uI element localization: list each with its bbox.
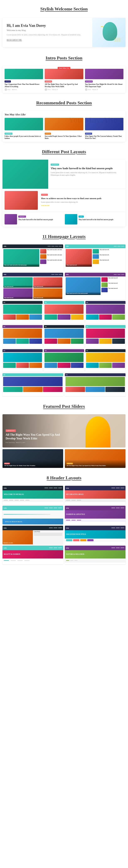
hdr-mid-bar [4, 514, 50, 515]
hp-mini-item-6a [86, 339, 99, 344]
hdr-sec-item [66, 500, 70, 500]
hp-mini-body-1 [2, 304, 42, 320]
recommended-posts-grid: FASHION Follow these people if you want … [5, 118, 123, 140]
hp-sidebar-text-6: They bade farewell [99, 259, 109, 261]
rec-post-2-badge: STYLE [45, 133, 51, 135]
layout-small-2-content: LIFE They bade farewell to the kind but … [78, 214, 113, 224]
hdr-sec-item [71, 520, 76, 521]
hdr-secondary-1 [2, 499, 63, 502]
hdr-banner-text-6: DISCOVER YOUR STYLE [66, 533, 86, 535]
hp-mini-logo-10: tvia [3, 374, 5, 375]
hp-card-3-img-4: They bade farewell [33, 288, 63, 299]
you-may-like-heading: You May Also Like [5, 113, 123, 116]
recommended-section-header: Recommended Posts Section [0, 94, 128, 110]
hdr-banner-text-8: NATURE & WELLNESS [66, 553, 84, 555]
slider-figure [70, 414, 126, 447]
header-card-1: tvia WELCOME TO MY BLOG [2, 486, 63, 504]
layout-small-row: TRAVEL They bade farewell to the kind bu… [2, 212, 126, 226]
hdr-footer-7 [2, 558, 63, 563]
hp-mini-logo-4: tvia [3, 326, 5, 327]
hp-mini-card-1: tvia [2, 301, 42, 324]
sliders-section: LIFESTYLE All The Right Ways You Can Spe… [2, 414, 126, 468]
hp-mini-body-10 [2, 376, 63, 393]
hp-mini-body-7 [2, 352, 42, 369]
hp-mini-item-9b [99, 363, 112, 368]
hdr-top-4: tvia [65, 506, 126, 510]
read-more-link[interactable]: READ ABOUT ME [7, 39, 22, 41]
hp-sidebar-img-1 [40, 249, 46, 254]
hp-mini-item-5c [71, 339, 84, 344]
hdr-nav-3 [44, 507, 62, 508]
hp-mini-header-5: tvia [44, 325, 84, 328]
hp-card-3-overlay-2: They bade farewell [33, 285, 63, 288]
hp-mini-header-8: tvia [44, 349, 84, 352]
hp-card-4-body: They bade farewell to the unseen people … [65, 276, 126, 296]
slider-main-title: All The Right Ways You Can Speed Up And … [6, 433, 67, 440]
hdr-footer-item [66, 560, 69, 561]
rec-post-3: TRAVEL Why Figure Out The Current Indust… [85, 118, 123, 140]
slider-item-1-overlay: STYLE All The Right Ways To Think From Y… [2, 460, 63, 468]
welcome-section-header: Stylish Welcome Section [0, 0, 128, 16]
slider-main-badge: LIFESTYLE [6, 429, 16, 432]
hp-card-2-featured: They bade farewell [66, 249, 92, 267]
recommended-title: Recommended Posts Section [4, 100, 124, 105]
hp-mini-body-5 [44, 328, 84, 344]
hdr-nav-item [121, 528, 124, 528]
hp-mini-header-9: tvia [86, 349, 126, 352]
hdr-nav-7 [49, 548, 62, 548]
hp-sidebar-img-8 [101, 282, 108, 287]
intro-post-1-title: Top 5 Important Posts That You Should Kn… [5, 83, 43, 88]
hp-mini-item-7c [29, 363, 42, 368]
hdr-secondary-2 [65, 499, 126, 502]
hp-mini-logo-11: tvia [66, 374, 67, 375]
hdr-sec-item [9, 500, 13, 500]
hdr-footer-item [4, 560, 9, 561]
hp-sidebar-item-5: They bade farewell [93, 254, 125, 259]
hp-mini-items-4 [3, 339, 42, 344]
nav-dot [118, 274, 121, 275]
dont-miss-badge: Don't Miss Out [58, 67, 70, 70]
hp-card-4: tvia They bade farewell to the unseen pe… [65, 273, 126, 300]
hp-sidebar-text-1: They bade farewell to the kind [47, 249, 62, 250]
hp-card-2-nav [114, 246, 124, 247]
hdr-footer-item [24, 560, 30, 561]
intro-post-3-cat: FASHION [85, 81, 93, 83]
hp-mini-card-4: tvia [2, 325, 42, 348]
hp-mini-header-7: tvia [2, 349, 42, 352]
hp-sidebar-item-3: They bade farewell to the kind [40, 259, 62, 264]
hp-row-2: tvia They bade farewell They bade farewe… [2, 273, 126, 300]
hp-row-1: tvia They now bade farewell to the kind … [2, 244, 126, 272]
hdr-nav-item [111, 488, 115, 488]
layout-medium: STYLE How to achieve success in these wa… [2, 189, 126, 212]
hp-mini-header-11: tvia [65, 373, 126, 376]
hp-mini-body-9 [86, 352, 126, 369]
layout-medium-badge: STYLE [41, 194, 48, 196]
hdr-footer-item [18, 560, 23, 561]
hdr-banner-4: FASHION & LIFESTYLE [65, 510, 126, 519]
hdr-nav-6 [111, 528, 124, 528]
nav-dot [55, 274, 58, 275]
hp-card-3: tvia They bade farewell They bade farewe… [2, 273, 63, 300]
hp-mini-items-9 [86, 363, 125, 368]
hp-sidebar-item-4: They bade farewell [93, 249, 125, 254]
hp-mini-items-5 [44, 339, 83, 344]
hp-mini-logo-8: tvia [45, 350, 46, 351]
layout-large-title: They now bade farewell to the kind but u… [51, 167, 123, 170]
rec-post-1-badge: FASHION [5, 133, 12, 135]
hp-mini-card-10: tvia [2, 373, 63, 396]
hp-mini-item-2b [58, 314, 70, 320]
headers-row-3: tvia TRAVEL & LIFE Latest Posts [2, 526, 126, 545]
header-card-3: tvia STYLE & BEAUTY BLOG [2, 506, 63, 524]
layout-large-img [2, 160, 48, 189]
hdr-mid-3 [2, 510, 63, 519]
hp-mini-body-11 [65, 376, 126, 393]
slider-item-2-badge: TRAVEL [66, 463, 73, 464]
hdr-logo-8: tvia [66, 547, 69, 549]
hp-sidebar-item-6: They bade farewell [93, 259, 125, 264]
hdr-tag [66, 539, 72, 541]
hp-mini-item-8a [44, 363, 57, 368]
hp-card-2: tvia They bade farewell They bade fare [65, 244, 126, 272]
hp-mini-item-8b [58, 363, 70, 368]
hp-mini-card-5: tvia [44, 325, 84, 348]
hp-mini-item-3a [86, 314, 99, 320]
